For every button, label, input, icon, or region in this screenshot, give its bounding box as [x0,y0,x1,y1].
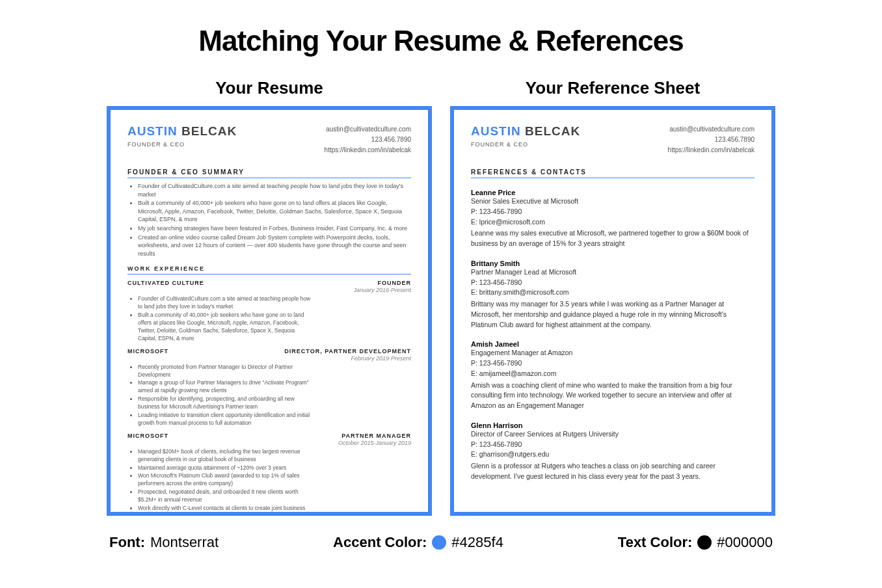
resume-contact: austin@cultivatedculture.com 123.456.789… [325,124,411,155]
reference-item: Glenn HarrisonDirector of Career Service… [471,421,755,482]
references-column: Your Reference Sheet AUSTIN BELCAK FOUND… [450,78,775,516]
job-bullet: Responsible for identifying, prospecting… [138,395,314,411]
reference-description: Brittany was my manager for 3.5 years wh… [471,299,755,330]
legend-accent-label: Accent Color: [333,534,427,551]
reference-name: Glenn Harrison [471,421,755,429]
job-bullet: Manage a group of four Partner Managers … [138,379,314,395]
legend-text: Text Color: #000000 [618,534,773,551]
job-bullet: Built a community of 40,000+ job seekers… [138,312,314,343]
summary-bullet: Created an online video course called Dr… [138,234,411,258]
references-subtitle: FOUNDER & CEO [471,141,580,148]
legend-font-label: Font: [109,534,145,551]
reference-name: Brittany Smith [471,260,755,267]
job-bullet: Recently promoted from Partner Manager t… [138,364,314,379]
reference-item: Amish JameelEngagement Manager at Amazon… [471,340,755,411]
reference-name: Amish Jameel [471,340,755,348]
contact-linkedin: https://linkedin.com/in/abelcak [668,145,755,155]
legend-font: Font: Montserrat [109,534,219,551]
job-title: DIRECTOR, PARTNER DEVELOPMENT [284,348,411,354]
name-last: BELCAK [525,124,580,138]
reference-phone: P: 123-456-7890 [471,278,755,288]
job-bullet: Leading initiative to transition client … [138,412,314,427]
references-list: Leanne PriceSenior Sales Executive at Mi… [471,189,755,482]
reference-description: Leanne was my sales executive at Microso… [471,228,755,249]
job-dates: October 2015-January 2019 [338,440,411,446]
reference-name: Leanne Price [471,189,755,196]
job-company: MICROSOFT [127,433,168,446]
legend-font-value: Montserrat [150,534,219,551]
summary-heading: FOUNDER & CEO SUMMARY [127,168,411,178]
name-first: AUSTIN [471,124,521,138]
document-columns: Your Resume AUSTIN BELCAK FOUNDER & CEO … [0,78,882,516]
reference-phone: P: 123-456-7890 [471,358,755,369]
reference-description: Amish was a coaching client of mine who … [471,381,755,411]
job-company: CULTIVATED CULTURE [127,280,204,293]
jobs-container: CULTIVATED CULTUREFOUNDERJanuary 2016-Pr… [127,280,411,516]
contact-phone: 123.456.7890 [325,135,411,145]
references-column-title: Your Reference Sheet [450,78,775,98]
resume-subtitle: FOUNDER & CEO [127,141,237,148]
resume-name: AUSTIN BELCAK [127,124,237,139]
legend-text-value: #000000 [717,534,773,551]
reference-phone: P: 123-456-7890 [471,207,755,217]
resume-header: AUSTIN BELCAK FOUNDER & CEO austin@culti… [127,124,411,155]
reference-email: E: brittany.smith@microsoft.com [471,287,755,298]
job-block: MICROSOFTDIRECTOR, PARTNER DEVELOPMENTFe… [127,348,411,427]
references-document: AUSTIN BELCAK FOUNDER & CEO austin@culti… [450,106,775,516]
reference-email: E: gharrison@rutgers.edu [471,449,755,460]
references-header: AUSTIN BELCAK FOUNDER & CEO austin@culti… [471,124,755,155]
job-bullet: Managed $20M+ book of clients, including… [138,448,314,464]
job-bullet: Founder of CultivatedCulture.com a site … [138,295,314,311]
legend-row: Font: Montserrat Accent Color: #4285f4 T… [109,534,773,551]
reference-role: Director of Career Services at Rutgers U… [471,429,755,440]
legend-accent-value: #4285f4 [451,534,503,551]
contact-phone: 123.456.7890 [668,135,755,145]
name-first: AUSTIN [127,124,178,138]
resume-column-title: Your Resume [107,78,432,98]
reference-description: Glenn is a professor at Rutgers who teac… [471,461,755,482]
resume-document: AUSTIN BELCAK FOUNDER & CEO austin@culti… [107,106,432,516]
reference-email: E: lprice@microsoft.com [471,217,755,228]
job-title: PARTNER MANAGER [338,433,411,439]
job-bullet: Prospected, negotiated deals, and onboar… [138,488,314,504]
job-bullet: Won Microsoft's Platinum Club award (awa… [138,472,314,488]
name-last: BELCAK [181,124,237,138]
job-block: MICROSOFTPARTNER MANAGEROctober 2015-Jan… [127,433,411,516]
references-name: AUSTIN BELCAK [471,124,580,139]
reference-email: E: amijameel@amazon.com [471,369,755,379]
legend-accent: Accent Color: #4285f4 [333,534,503,551]
job-dates: February 2019-Present [284,355,411,362]
reference-role: Senior Sales Executive at Microsoft [471,196,755,207]
reference-role: Engagement Manager at Amazon [471,348,755,358]
job-bullet: Work directly with C-Level contacts at c… [138,505,314,516]
references-contact: austin@cultivatedculture.com 123.456.789… [668,124,755,155]
references-heading: REFERENCES & CONTACTS [471,168,755,178]
job-dates: January 2016-Present [353,287,411,293]
reference-role: Partner Manager Lead at Microsoft [471,267,755,278]
summary-bullets: Founder of CultivatedCulture.com a site … [138,182,411,258]
accent-swatch-icon [432,535,446,550]
work-heading: WORK EXPERIENCE [127,265,411,274]
contact-linkedin: https://linkedin.com/in/abelcak [325,145,411,155]
reference-item: Brittany SmithPartner Manager Lead at Mi… [471,260,755,330]
reference-phone: P: 123-456-7890 [471,440,755,450]
legend-text-label: Text Color: [618,534,692,551]
job-block: CULTIVATED CULTUREFOUNDERJanuary 2016-Pr… [127,280,411,342]
page-title: Matching Your Resume & References [0,0,882,57]
summary-bullet: Built a community of 40,000+ job seekers… [138,199,411,224]
summary-bullet: Founder of CultivatedCulture.com a site … [138,182,411,198]
summary-bullet: My job searching strategies have been fe… [138,224,411,233]
resume-column: Your Resume AUSTIN BELCAK FOUNDER & CEO … [107,78,432,516]
reference-item: Leanne PriceSenior Sales Executive at Mi… [471,189,755,249]
contact-email: austin@cultivatedculture.com [668,124,755,135]
job-company: MICROSOFT [127,348,168,362]
job-title: FOUNDER [353,280,411,286]
job-bullet: Maintained average quota attainment of ~… [138,464,314,472]
text-swatch-icon [697,535,712,550]
contact-email: austin@cultivatedculture.com [325,124,411,135]
